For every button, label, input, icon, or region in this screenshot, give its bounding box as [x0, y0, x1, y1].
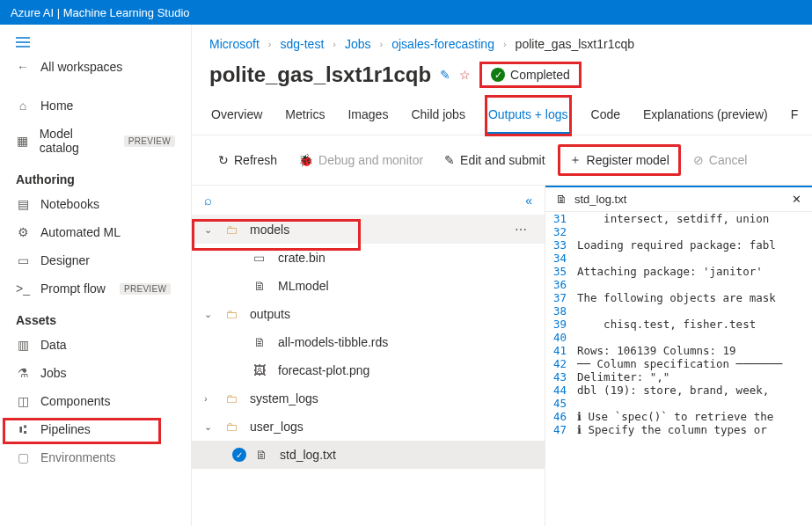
chevron-right-icon: › [503, 39, 507, 49]
star-icon[interactable]: ☆ [459, 68, 471, 82]
breadcrumb-jobs[interactable]: Jobs [345, 37, 371, 51]
line-content [577, 397, 812, 410]
status-badge: ✓ Completed [479, 62, 582, 88]
tree-folder-outputs[interactable]: ⌄ 🗀 outputs [192, 300, 545, 328]
check-icon: ✓ [232, 448, 246, 462]
tab-images[interactable]: Images [346, 97, 390, 135]
line-content: intersect, setdiff, union [577, 212, 812, 225]
automl-label: Automated ML [40, 225, 121, 239]
tree-file-stdlog[interactable]: ✓ 🗎 std_log.txt [192, 441, 545, 469]
line-number: 34 [545, 252, 577, 265]
sidebar-item-home[interactable]: ⌂ Home [0, 91, 191, 120]
chevron-right-icon: › [333, 39, 336, 49]
line-content: Loading required package: fabl [577, 238, 812, 252]
line-number: 37 [545, 291, 577, 304]
file-icon: ▭ [253, 251, 269, 265]
pipelines-icon: ⑆ [16, 422, 30, 436]
chevron-right-icon: › [204, 393, 216, 404]
line-content [577, 278, 812, 291]
close-icon[interactable]: ✕ [792, 193, 801, 206]
sidebar-item-environments[interactable]: ▢ Environments [0, 443, 191, 471]
line-number: 39 [545, 318, 577, 331]
sidebar-item-designer[interactable]: ▭ Designer [0, 246, 191, 274]
tree-file-mlmodel[interactable]: 🗎 MLmodel [192, 272, 545, 300]
status-text: Completed [510, 68, 570, 82]
log-line: 37The following objects are mask [545, 291, 812, 304]
file-label: all-models-tibble.rds [278, 335, 388, 349]
promptflow-label: Prompt flow [40, 281, 106, 296]
tree-file-forecast[interactable]: 🖼 forecast-plot.png [192, 356, 545, 384]
components-icon: ◫ [16, 394, 30, 408]
sidebar-item-notebooks[interactable]: ▤ Notebooks [0, 190, 191, 218]
tree-file-allmodels[interactable]: 🗎 all-models-tibble.rds [192, 328, 545, 356]
line-number: 42 [545, 357, 577, 370]
line-number: 38 [545, 304, 577, 318]
automl-icon: ⚙ [16, 225, 30, 239]
sidebar-item-jobs[interactable]: ⚗ Jobs [0, 359, 191, 387]
refresh-label: Refresh [234, 153, 277, 167]
tree-folder-userlogs[interactable]: ⌄ 🗀 user_logs [192, 413, 545, 441]
line-content [577, 252, 812, 265]
file-label: forecast-plot.png [278, 363, 369, 377]
collapse-icon[interactable]: « [525, 194, 532, 208]
log-line: 31 intersect, setdiff, union [545, 212, 812, 225]
chevron-right-icon: › [380, 39, 384, 49]
breadcrumb-current: polite_gas_lsxt1r1cqb [516, 37, 634, 51]
all-workspaces-link[interactable]: ← All workspaces [0, 53, 191, 81]
folder-icon: 🗀 [225, 420, 241, 434]
tree-folder-systemlogs[interactable]: › 🗀 system_logs [192, 384, 545, 413]
title-bar: polite_gas_lsxt1r1cqb ✎ ☆ ✓ Completed [192, 58, 812, 97]
sidebar-item-model-catalog[interactable]: ▦ Model catalog PREVIEW [0, 120, 191, 162]
tree-file-crate[interactable]: ▭ crate.bin [192, 244, 545, 272]
tab-outputs-logs[interactable]: Outputs + logs [486, 97, 570, 135]
components-label: Components [40, 394, 110, 408]
tab-code[interactable]: Code [589, 97, 622, 135]
tree-search[interactable]: ⌕ « [192, 186, 545, 216]
line-number: 47 [545, 423, 577, 436]
sidebar-item-automl[interactable]: ⚙ Automated ML [0, 218, 191, 246]
log-tab[interactable]: 🗎 std_log.txt ✕ [545, 186, 812, 212]
line-content: The following objects are mask [577, 291, 812, 304]
tab-childjobs[interactable]: Child jobs [409, 97, 466, 135]
log-line: 32 [545, 225, 812, 238]
folder-icon: 🗀 [225, 307, 241, 321]
line-number: 41 [545, 344, 577, 357]
chevron-down-icon: ⌄ [204, 421, 216, 433]
breadcrumb-ojsales[interactable]: ojsales-forecasting [391, 37, 494, 51]
folder-label: system_logs [250, 391, 318, 405]
log-line: 43Delimiter: "," [545, 370, 812, 384]
app-title: Azure AI | Machine Learning Studio [11, 6, 190, 19]
breadcrumb-microsoft[interactable]: Microsoft [209, 37, 260, 51]
log-line: 45 [545, 397, 812, 410]
tab-fairness[interactable]: F [789, 97, 801, 135]
tree-folder-models[interactable]: ⌄ 🗀 models ⋯ [192, 216, 545, 244]
file-label: crate.bin [278, 251, 326, 265]
sidebar: ← All workspaces ⌂ Home ▦ Model catalog … [0, 25, 192, 526]
tab-overview[interactable]: Overview [209, 97, 264, 135]
sidebar-item-pipelines[interactable]: ⑆ Pipelines [0, 415, 191, 443]
log-pane: 🗎 std_log.txt ✕ 31 intersect, setdiff, u… [545, 186, 812, 526]
line-number: 46 [545, 410, 577, 423]
jobs-label: Jobs [40, 366, 67, 380]
sidebar-item-components[interactable]: ◫ Components [0, 387, 191, 415]
sidebar-item-promptflow[interactable]: >_ Prompt flow PREVIEW [0, 274, 191, 303]
line-content [577, 225, 812, 238]
line-number: 36 [545, 278, 577, 291]
breadcrumb-sdg[interactable]: sdg-test [280, 37, 324, 51]
bug-icon: 🐞 [298, 153, 313, 167]
register-model-button[interactable]: ＋Register model [558, 144, 681, 176]
hamburger-icon[interactable] [0, 32, 191, 53]
edit-icon[interactable]: ✎ [440, 68, 450, 82]
tab-metrics[interactable]: Metrics [283, 97, 326, 135]
line-content: Rows: 106139 Columns: 19 [577, 344, 812, 357]
sidebar-item-data[interactable]: ▥ Data [0, 331, 191, 359]
refresh-button[interactable]: ↻Refresh [209, 148, 286, 172]
log-body[interactable]: 31 intersect, setdiff, union3233Loading … [545, 212, 812, 526]
app-header: Azure AI | Machine Learning Studio [0, 0, 812, 25]
log-line: 34 [545, 252, 812, 265]
edit-submit-button[interactable]: ✎Edit and submit [435, 148, 554, 172]
tab-explanations[interactable]: Explanations (preview) [641, 97, 770, 135]
more-icon[interactable]: ⋯ [515, 223, 532, 237]
line-number: 32 [545, 225, 577, 238]
plus-icon: ＋ [569, 152, 582, 168]
